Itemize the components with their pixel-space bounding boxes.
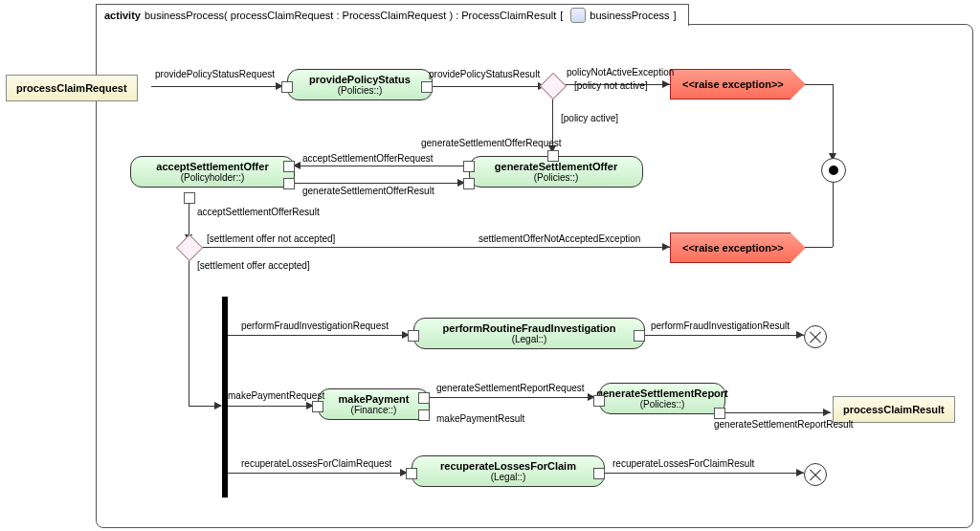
- edge-label: makePaymentRequest: [228, 390, 324, 401]
- edge: [293, 166, 465, 166]
- edge-label: acceptSettlementOfferResult: [197, 207, 320, 217]
- edge: [724, 412, 831, 413]
- action-namespace: (Finance::): [351, 405, 397, 415]
- pin-in: [312, 401, 323, 412]
- pin-in: [406, 468, 417, 479]
- arrowhead-icon: [796, 469, 804, 476]
- pin-out2: [418, 409, 430, 421]
- edge-label: providePolicyStatusResult: [429, 69, 540, 79]
- edge: [189, 257, 189, 406]
- pin-out: [714, 408, 725, 419]
- action-name: makePayment: [339, 393, 410, 405]
- action-perform-fraud-investigation[interactable]: performRoutineFraudInvestigation (Legal:…: [413, 318, 645, 349]
- edge: [603, 473, 804, 474]
- edge: [431, 86, 546, 87]
- action-provide-policy-status[interactable]: providePolicyStatus (Policies::): [287, 69, 433, 100]
- edge-label: performFraudInvestigationRequest: [241, 321, 389, 331]
- edge-label: acceptSettlementOfferRequest: [302, 153, 434, 164]
- edge: [428, 397, 595, 398]
- frame-signature: businessProcess( processClaimRequest : P…: [145, 10, 556, 21]
- action-recuperate-losses[interactable]: recuperateLossesForClaim (Legal::): [412, 455, 605, 487]
- edge: [199, 247, 670, 248]
- activity-final[interactable]: [821, 158, 846, 183]
- action-generate-settlement-report[interactable]: generateSettlementReport (Policies::): [599, 383, 725, 414]
- obj-process-claim-request[interactable]: processClaimRequest: [6, 75, 138, 101]
- pin-in2: [463, 178, 475, 189]
- frame-keyword: activity: [104, 10, 141, 21]
- edge: [293, 183, 465, 184]
- pin-in: [547, 150, 559, 162]
- action-namespace: (Legal::): [512, 334, 547, 344]
- edge: [228, 406, 314, 407]
- action-namespace: (Policies::): [338, 85, 383, 96]
- exception-label: <<raise exception>>: [682, 78, 784, 90]
- pin-out: [421, 81, 433, 93]
- action-namespace: (Policies::): [640, 399, 685, 409]
- pin-in: [281, 81, 293, 93]
- pin-out-down: [184, 192, 195, 204]
- edge-label: recuperateLossesForClaimResult: [612, 458, 754, 469]
- arrowhead-icon: [214, 402, 222, 409]
- edge: [151, 86, 283, 87]
- frame-tab-label: businessProcess: [590, 10, 669, 21]
- exception-offer-not-accepted[interactable]: <<raise exception>>: [670, 232, 806, 263]
- edge: [833, 182, 834, 247]
- edge-label: policyNotActiveException: [567, 67, 674, 77]
- edge-guard: [policy active]: [561, 113, 618, 123]
- pin-in: [593, 395, 605, 407]
- pin-out: [634, 330, 645, 342]
- action-name: acceptSettlementOffer: [156, 161, 268, 172]
- edge-label: recuperateLossesForClaimRequest: [241, 458, 391, 469]
- obj-label: processClaimRequest: [16, 82, 127, 94]
- arrowhead-icon: [823, 409, 831, 416]
- activity-diagram-canvas: activity businessProcess( processClaimRe…: [0, 0, 980, 531]
- pin-out: [593, 468, 605, 479]
- edge-label: settlementOfferNotAcceptedException: [479, 233, 640, 244]
- arrowhead-icon: [662, 80, 670, 88]
- action-name: generateSettlementReport: [596, 387, 728, 399]
- edge-label: generateSettlementOfferResult: [302, 186, 434, 196]
- edge: [643, 335, 804, 336]
- activity-frame-header: activity businessProcess( processClaimRe…: [96, 4, 689, 26]
- pin-out: [283, 178, 295, 189]
- action-namespace: (Policies::): [534, 172, 579, 183]
- flow-final-recuperate[interactable]: [804, 463, 827, 486]
- action-name: performRoutineFraudInvestigation: [443, 322, 616, 334]
- frame-sep: [: [560, 10, 563, 21]
- frame-sep-close: ]: [674, 10, 677, 21]
- action-namespace: (Policyholder::): [181, 172, 245, 183]
- edge-guard: [settlement offer not accepted]: [207, 233, 335, 244]
- edge-guard: [policy not active]: [574, 80, 648, 91]
- arrowhead-icon: [796, 331, 804, 339]
- diagram-icon: [570, 8, 586, 23]
- pin-in: [283, 161, 295, 172]
- edge: [228, 335, 410, 336]
- edge-label: makePaymentResult: [436, 413, 524, 424]
- edge: [833, 84, 834, 159]
- pin-out: [418, 392, 430, 404]
- flow-final-fraud[interactable]: [804, 325, 827, 348]
- edge-label: generateSettlementReportResult: [714, 419, 854, 430]
- edge: [228, 473, 408, 474]
- edge-label: generateSettlementOfferRequest: [421, 138, 562, 148]
- obj-label: processClaimResult: [843, 404, 945, 415]
- action-namespace: (Legal::): [491, 472, 526, 482]
- edge: [802, 84, 833, 85]
- edge-label: performFraudInvestigationResult: [651, 321, 790, 331]
- dot-icon: [829, 166, 838, 175]
- action-name: providePolicyStatus: [309, 74, 411, 85]
- edge-label: providePolicyStatusRequest: [155, 69, 275, 79]
- action-accept-settlement-offer[interactable]: acceptSettlementOffer (Policyholder::): [130, 156, 295, 188]
- exception-policy-not-active[interactable]: <<raise exception>>: [670, 69, 806, 100]
- pin-out: [463, 161, 475, 172]
- edge: [802, 247, 833, 248]
- action-name: recuperateLossesForClaim: [440, 460, 576, 472]
- edge-guard: [settlement offer accepted]: [197, 260, 310, 271]
- action-name: generateSettlementOffer: [495, 161, 617, 172]
- action-make-payment[interactable]: makePayment (Finance::): [318, 388, 430, 420]
- arrowhead-icon: [662, 243, 670, 251]
- edge-label: generateSettlementReportRequest: [436, 383, 585, 393]
- pin-in: [408, 330, 419, 342]
- exception-label: <<raise exception>>: [682, 242, 784, 254]
